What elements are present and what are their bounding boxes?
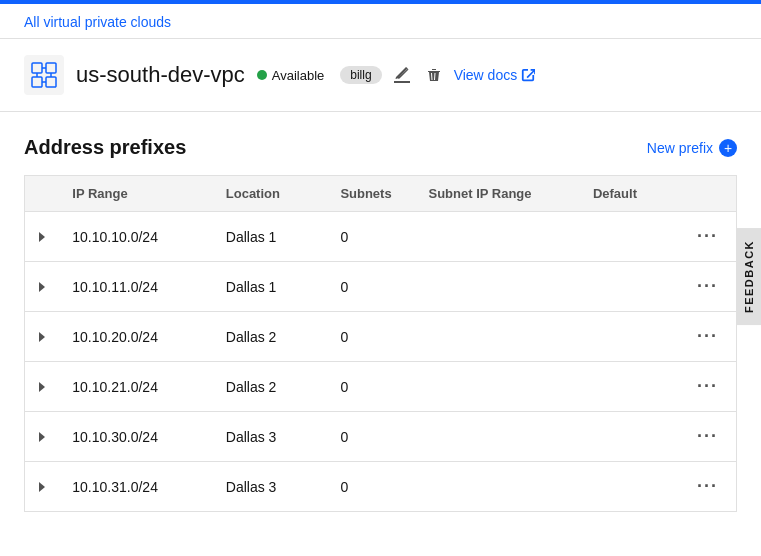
row-expand-cell bbox=[25, 462, 61, 512]
row-location: Dallas 3 bbox=[214, 462, 329, 512]
row-ip-range: 10.10.21.0/24 bbox=[60, 362, 213, 412]
table-row: 10.10.11.0/24 Dallas 1 0 ··· bbox=[25, 262, 737, 312]
row-location: Dallas 1 bbox=[214, 262, 329, 312]
row-expand-cell bbox=[25, 362, 61, 412]
row-subnet-ip-range bbox=[416, 312, 580, 362]
row-location: Dallas 3 bbox=[214, 412, 329, 462]
section-title: Address prefixes bbox=[24, 136, 186, 159]
table-row: 10.10.31.0/24 Dallas 3 0 ··· bbox=[25, 462, 737, 512]
row-actions-cell: ··· bbox=[677, 462, 737, 512]
overflow-menu-button[interactable]: ··· bbox=[691, 324, 724, 349]
table-row: 10.10.20.0/24 Dallas 2 0 ··· bbox=[25, 312, 737, 362]
overflow-menu-button[interactable]: ··· bbox=[691, 424, 724, 449]
row-expand-cell bbox=[25, 212, 61, 262]
row-actions-cell: ··· bbox=[677, 362, 737, 412]
row-actions-cell: ··· bbox=[677, 212, 737, 262]
view-docs-label: View docs bbox=[454, 67, 518, 83]
row-default bbox=[581, 362, 677, 412]
plus-circle-icon: + bbox=[719, 139, 737, 157]
table-header: IP Range Location Subnets Subnet IP Rang… bbox=[25, 176, 737, 212]
delete-button[interactable] bbox=[422, 63, 446, 87]
row-subnet-ip-range bbox=[416, 412, 580, 462]
col-actions bbox=[677, 176, 737, 212]
status-label: Available bbox=[272, 68, 325, 83]
row-location: Dallas 1 bbox=[214, 212, 329, 262]
row-default bbox=[581, 262, 677, 312]
expand-row-button[interactable] bbox=[37, 330, 47, 344]
tag-badge[interactable]: billg bbox=[340, 66, 381, 84]
overflow-menu-button[interactable]: ··· bbox=[691, 224, 724, 249]
row-subnets: 0 bbox=[328, 412, 416, 462]
row-ip-range: 10.10.30.0/24 bbox=[60, 412, 213, 462]
feedback-button[interactable]: FEEDBACK bbox=[737, 228, 761, 325]
header-actions: billg View docs bbox=[340, 63, 535, 87]
overflow-menu-button[interactable]: ··· bbox=[691, 274, 724, 299]
row-expand-cell bbox=[25, 412, 61, 462]
row-ip-range: 10.10.31.0/24 bbox=[60, 462, 213, 512]
edit-icon bbox=[394, 67, 410, 83]
col-location: Location bbox=[214, 176, 329, 212]
row-default bbox=[581, 312, 677, 362]
table-row: 10.10.21.0/24 Dallas 2 0 ··· bbox=[25, 362, 737, 412]
overflow-menu-button[interactable]: ··· bbox=[691, 474, 724, 499]
col-default: Default bbox=[581, 176, 677, 212]
table-body: 10.10.10.0/24 Dallas 1 0 ··· 10.10.11.0/… bbox=[25, 212, 737, 512]
expand-row-button[interactable] bbox=[37, 380, 47, 394]
col-ip-range: IP Range bbox=[60, 176, 213, 212]
vpc-header: us-south-dev-vpc Available billg View do… bbox=[0, 39, 761, 112]
status-dot bbox=[257, 70, 267, 80]
overflow-menu-button[interactable]: ··· bbox=[691, 374, 724, 399]
col-expand bbox=[25, 176, 61, 212]
row-location: Dallas 2 bbox=[214, 362, 329, 412]
row-subnet-ip-range bbox=[416, 212, 580, 262]
row-subnets: 0 bbox=[328, 262, 416, 312]
expand-row-button[interactable] bbox=[37, 480, 47, 494]
new-prefix-button[interactable]: New prefix + bbox=[647, 139, 737, 157]
row-default bbox=[581, 412, 677, 462]
view-docs-link[interactable]: View docs bbox=[454, 67, 536, 83]
chevron-right-icon bbox=[39, 482, 45, 492]
row-location: Dallas 2 bbox=[214, 312, 329, 362]
row-subnets: 0 bbox=[328, 212, 416, 262]
vpc-logo-icon bbox=[24, 55, 64, 95]
col-subnets: Subnets bbox=[328, 176, 416, 212]
chevron-right-icon bbox=[39, 232, 45, 242]
table-row: 10.10.30.0/24 Dallas 3 0 ··· bbox=[25, 412, 737, 462]
breadcrumb: All virtual private clouds bbox=[0, 4, 761, 39]
edit-button[interactable] bbox=[390, 63, 414, 87]
row-default bbox=[581, 462, 677, 512]
row-expand-cell bbox=[25, 312, 61, 362]
svg-rect-0 bbox=[24, 55, 64, 95]
chevron-right-icon bbox=[39, 382, 45, 392]
chevron-right-icon bbox=[39, 282, 45, 292]
row-subnets: 0 bbox=[328, 362, 416, 412]
row-actions-cell: ··· bbox=[677, 262, 737, 312]
row-ip-range: 10.10.10.0/24 bbox=[60, 212, 213, 262]
row-ip-range: 10.10.20.0/24 bbox=[60, 312, 213, 362]
row-default bbox=[581, 212, 677, 262]
feedback-tab-wrapper: FEEDBACK bbox=[737, 228, 761, 328]
row-actions-cell: ··· bbox=[677, 412, 737, 462]
section-header: Address prefixes New prefix + bbox=[24, 136, 737, 159]
row-subnets: 0 bbox=[328, 462, 416, 512]
expand-row-button[interactable] bbox=[37, 430, 47, 444]
address-prefix-table: IP Range Location Subnets Subnet IP Rang… bbox=[24, 175, 737, 512]
vpc-name: us-south-dev-vpc bbox=[76, 62, 245, 88]
col-subnet-ip-range: Subnet IP Range bbox=[416, 176, 580, 212]
breadcrumb-link[interactable]: All virtual private clouds bbox=[24, 14, 171, 30]
row-subnet-ip-range bbox=[416, 262, 580, 312]
expand-row-button[interactable] bbox=[37, 230, 47, 244]
delete-icon bbox=[426, 67, 442, 83]
row-subnets: 0 bbox=[328, 312, 416, 362]
new-prefix-label: New prefix bbox=[647, 140, 713, 156]
row-subnet-ip-range bbox=[416, 362, 580, 412]
main-content: Address prefixes New prefix + IP Range L… bbox=[0, 112, 761, 512]
row-actions-cell: ··· bbox=[677, 312, 737, 362]
row-subnet-ip-range bbox=[416, 462, 580, 512]
chevron-right-icon bbox=[39, 432, 45, 442]
expand-row-button[interactable] bbox=[37, 280, 47, 294]
status-badge: Available bbox=[257, 68, 325, 83]
table-row: 10.10.10.0/24 Dallas 1 0 ··· bbox=[25, 212, 737, 262]
external-link-icon bbox=[521, 68, 535, 82]
row-expand-cell bbox=[25, 262, 61, 312]
